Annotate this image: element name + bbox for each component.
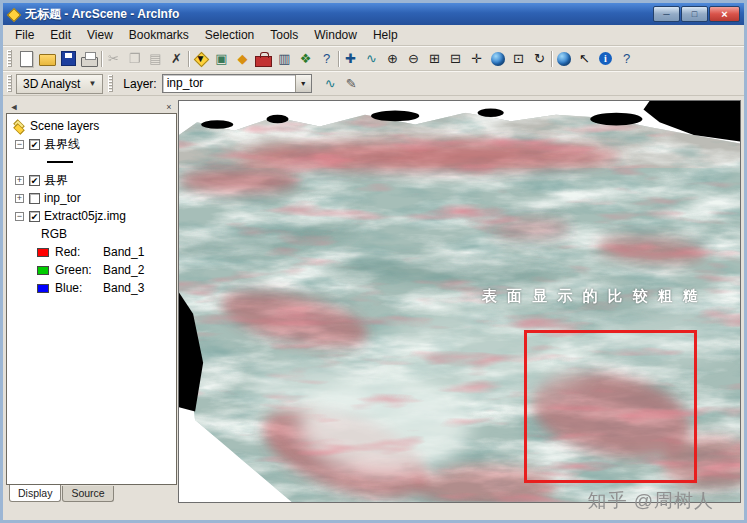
toc-row-symbol-line[interactable] xyxy=(9,153,176,171)
layer-visibility-checkbox[interactable]: ✔ xyxy=(29,211,40,222)
row-label: Red: xyxy=(55,245,101,259)
toolbar-save[interactable] xyxy=(58,49,79,69)
toolbar-open-folder[interactable] xyxy=(37,49,58,69)
chevron-down-icon: ▼ xyxy=(88,79,96,88)
toolbar-zoom-in[interactable]: ⊕ xyxy=(382,49,403,69)
toolbar-pan[interactable]: ✛ xyxy=(466,49,487,69)
analyst-tool-interpolate-line[interactable]: ∿ xyxy=(320,74,341,94)
toc-row-layer-county-boundary-line[interactable]: − ✔ 县界线 xyxy=(9,135,176,153)
row-label: Blue: xyxy=(55,281,101,295)
toolbar-command-line[interactable]: ▥ xyxy=(274,49,295,69)
arcscene-app-icon xyxy=(7,8,20,21)
toolbar-identify[interactable]: i xyxy=(595,49,616,69)
row-label: RGB xyxy=(41,227,67,241)
tab-source[interactable]: Source xyxy=(62,486,113,502)
standard-toolbar: ✂ ❐ ▤ ✗ ▼ ▣ ◆ ▥ ❖ ? ✚ ∿ ⊕ xyxy=(3,46,744,71)
tab-display[interactable]: Display xyxy=(9,485,61,502)
toolbar-cut[interactable]: ✂ xyxy=(103,49,124,69)
toolbar-navigate[interactable]: ✚ xyxy=(340,49,361,69)
layer-visibility-checkbox[interactable]: ✔ xyxy=(29,175,40,186)
toolbar-zoom-target[interactable]: ⊡ xyxy=(508,49,529,69)
layer-visibility-checkbox[interactable] xyxy=(29,193,40,204)
toolbar-delete[interactable]: ✗ xyxy=(166,49,187,69)
toc-row-band-green[interactable]: Green: Band_2 xyxy=(9,261,176,279)
toolbar-zoom-out[interactable]: ⊖ xyxy=(403,49,424,69)
toc-row-layer-county-boundary[interactable]: + ✔ 县界 xyxy=(9,171,176,189)
toc-row-layer-extract05jz[interactable]: − ✔ Extract05jz.img xyxy=(9,207,176,225)
toolbar-scene-image[interactable]: ▣ xyxy=(211,49,232,69)
toolbar-copy[interactable]: ❐ xyxy=(124,49,145,69)
toolbar-full-extent[interactable] xyxy=(487,49,508,69)
analyst-tool-icons: ∿ ✎ xyxy=(320,74,362,94)
row-label: Green: xyxy=(55,263,101,277)
toc-row-rgb-label[interactable]: RGB xyxy=(9,225,176,243)
row-label: Extract05jz.img xyxy=(44,209,126,223)
arcscene-window: 无标题 - ArcScene - ArcInfo ─ □ × FileEditV… xyxy=(0,0,747,523)
watermark-text: 知乎 @周树人 xyxy=(587,488,714,514)
layer-visibility-checkbox[interactable]: ✔ xyxy=(29,139,40,150)
title-bar[interactable]: 无标题 - ArcScene - ArcInfo ─ □ × xyxy=(3,3,744,25)
layer-combobox-value: inp_tor xyxy=(163,75,295,92)
toolbar-modelbuilder[interactable]: ❖ xyxy=(295,49,316,69)
toolbar-refresh-view[interactable]: ↻ xyxy=(529,49,550,69)
menu-item-edit[interactable]: Edit xyxy=(42,26,79,44)
toolbar-print[interactable] xyxy=(79,49,100,69)
layer-toolbar-grip[interactable] xyxy=(108,75,113,92)
toolbar-fixed-zoom-in[interactable]: ⊞ xyxy=(424,49,445,69)
toolbar-paste[interactable]: ▤ xyxy=(145,49,166,69)
band-name-label: Band_2 xyxy=(103,263,144,277)
band-color-swatch xyxy=(37,266,49,275)
toolbar-new-document[interactable] xyxy=(16,49,37,69)
toc-collapse-button[interactable]: ◄ xyxy=(8,102,20,112)
scene-layers-tree: Scene layers − ✔ 县界线 xyxy=(6,113,177,485)
row-label: 县界线 xyxy=(44,136,80,153)
menu-item-file[interactable]: File xyxy=(7,26,42,44)
menu-bar: FileEditViewBookmarksSelectionToolsWindo… xyxy=(3,25,744,46)
analyst-toolbar-grip[interactable] xyxy=(7,75,12,92)
toc-tabs: Display Source xyxy=(6,485,177,503)
band-color-swatch xyxy=(37,284,49,293)
menu-item-bookmarks[interactable]: Bookmarks xyxy=(121,26,197,44)
toolbar-fixed-zoom-out[interactable]: ⊟ xyxy=(445,49,466,69)
minimize-button[interactable]: ─ xyxy=(653,6,680,22)
band-name-label: Band_1 xyxy=(103,245,144,259)
toc-row-scene-layers[interactable]: Scene layers xyxy=(9,117,176,135)
combo-dropdown-button[interactable]: ▼ xyxy=(295,75,311,92)
toolbar-select-graphics[interactable]: ↖ xyxy=(574,49,595,69)
analyst-toolbar: 3D Analyst ▼ Layer: inp_tor ▼ ∿ ✎ xyxy=(3,71,744,96)
toc-row-band-red[interactable]: Red: Band_1 xyxy=(9,243,176,261)
3d-analyst-dropdown[interactable]: 3D Analyst ▼ xyxy=(16,74,103,94)
toc-row-layer-inp-tor[interactable]: + inp_tor xyxy=(9,189,176,207)
scene-viewport[interactable]: 表 面 显 示 的 比 较 粗 糙 xyxy=(178,100,741,503)
expander-toggle[interactable]: − xyxy=(15,140,24,149)
row-label: 县界 xyxy=(44,172,68,189)
menu-item-tools[interactable]: Tools xyxy=(262,26,306,44)
toolbar-arcglobe[interactable] xyxy=(553,49,574,69)
maximize-button[interactable]: □ xyxy=(681,6,708,22)
menu-item-view[interactable]: View xyxy=(79,26,121,44)
toolbar-fly[interactable]: ∿ xyxy=(361,49,382,69)
highlight-rectangle xyxy=(524,330,697,483)
menu-item-window[interactable]: Window xyxy=(306,26,365,44)
menu-item-help[interactable]: Help xyxy=(365,26,406,44)
menu-item-selection[interactable]: Selection xyxy=(197,26,262,44)
toolbar-grip[interactable] xyxy=(7,50,12,67)
row-label: Scene layers xyxy=(30,119,99,133)
expander-toggle[interactable]: + xyxy=(15,176,24,185)
toolbar-arctoolbox[interactable] xyxy=(253,49,274,69)
toc-row-band-blue[interactable]: Blue: Band_3 xyxy=(9,279,176,297)
expander-toggle[interactable]: − xyxy=(15,212,24,221)
toolbar-add-data[interactable]: ▼ xyxy=(190,49,211,69)
analyst-tool-line-of-sight[interactable]: ✎ xyxy=(341,74,362,94)
toolbar-whats-this-help[interactable]: ? xyxy=(616,49,637,69)
toolbar-arccatalog[interactable]: ◆ xyxy=(232,49,253,69)
toc-close-button[interactable]: × xyxy=(163,102,175,112)
layer-label: Layer: xyxy=(123,77,156,91)
toolbar-help[interactable]: ? xyxy=(316,49,337,69)
expander-toggle[interactable]: + xyxy=(15,194,24,203)
row-label: inp_tor xyxy=(44,191,81,205)
annotation-text: 表 面 显 示 的 比 较 粗 糙 xyxy=(482,287,701,306)
close-button[interactable]: × xyxy=(709,6,740,22)
layer-combobox[interactable]: inp_tor ▼ xyxy=(162,74,312,93)
line-symbol xyxy=(47,161,73,163)
